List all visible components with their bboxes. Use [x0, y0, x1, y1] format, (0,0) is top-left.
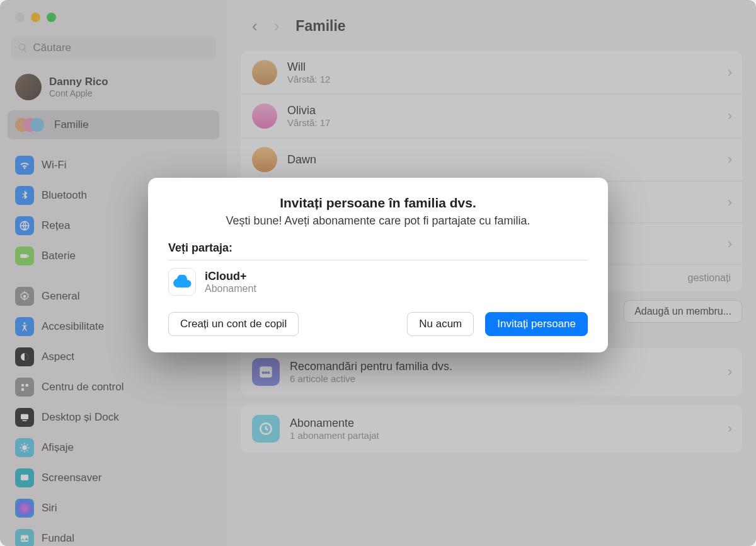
share-item-name: iCloud+: [205, 270, 256, 283]
modal-buttons: Creați un cont de copil Nu acum Invitați…: [168, 312, 588, 336]
share-item-sub: Abonament: [205, 283, 256, 294]
share-item-row: iCloud+ Abonament: [168, 268, 588, 296]
modal-title: Invitați persoane în familia dvs.: [168, 195, 588, 211]
share-heading: Veți partaja:: [168, 241, 588, 255]
invite-modal: Invitați persoane în familia dvs. Vești …: [148, 178, 608, 352]
not-now-button[interactable]: Nu acum: [407, 312, 474, 336]
invite-people-button[interactable]: Invitați persoane: [485, 312, 588, 336]
divider: [168, 260, 588, 260]
icloud-icon: [168, 268, 196, 296]
create-child-account-button[interactable]: Creați un cont de copil: [168, 312, 299, 336]
modal-subtitle: Vești bune! Aveți abonamente care pot fi…: [168, 214, 588, 228]
settings-window: Danny Rico Cont Apple Familie Wi-Fi Blue…: [0, 0, 756, 546]
modal-overlay: Invitați persoane în familia dvs. Vești …: [0, 0, 756, 546]
